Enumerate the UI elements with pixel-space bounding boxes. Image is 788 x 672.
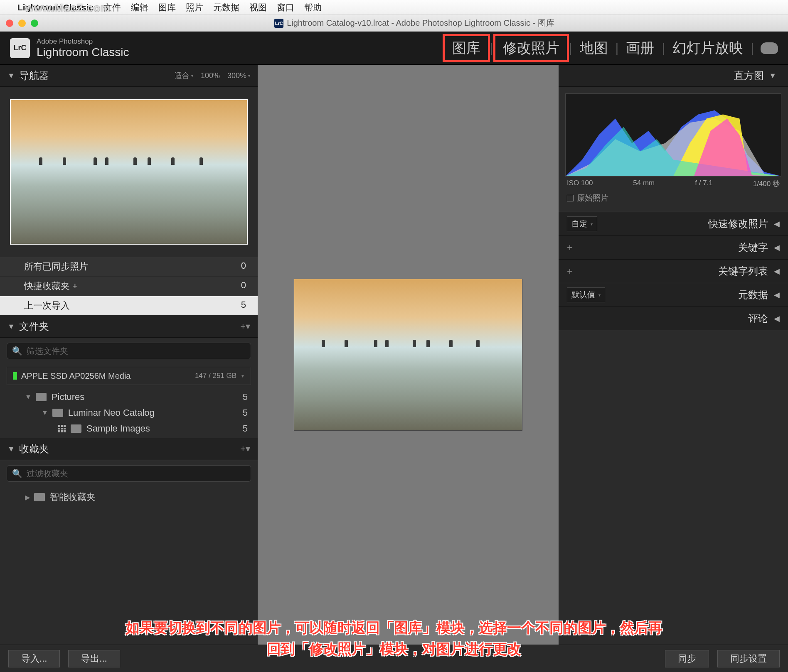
module-map[interactable]: 地图 [572,36,616,60]
folder-row[interactable]: ▼ Luminar Neo Catalog 5 [0,405,258,421]
histogram-header[interactable]: 直方图 ▼ [559,65,788,87]
preset-dropdown[interactable]: 自定▾ [567,216,597,231]
right-panel: 直方图 ▼ ISO 100 54 mm f / 7.1 1/400 秒 [559,65,788,645]
catalog-list: 所有已同步照片0 快捷收藏夹 +0 上一次导入5 [0,257,258,316]
histogram-graph[interactable] [565,93,781,177]
menu-view[interactable]: 视图 [249,2,267,13]
folder-filter-input[interactable]: 🔍 筛选文件夹 [7,343,251,359]
search-icon: 🔍 [12,468,22,478]
cloud-sync-icon[interactable] [761,42,778,54]
menu-library[interactable]: 图库 [158,2,176,13]
main-area: ▼ 导航器 适合▾ 100% 300%▾ 所有已同步照片0 快捷收藏夹 +0 [0,65,788,645]
disclosure-triangle-icon[interactable]: ◀ [774,267,780,276]
disclosure-triangle-icon[interactable]: ▼ [7,445,15,454]
histogram-title: 直方图 [734,69,764,82]
window-titlebar: LrC Lightroom Catalog-v10.lrcat - Adobe … [0,15,788,32]
folder-icon [52,409,63,417]
app-header: LrC Adobe Photoshop Lightroom Classic 图库… [0,32,788,65]
tree-expand-icon[interactable]: ▶ [25,493,30,501]
zoom-100[interactable]: 100% [201,71,220,80]
tree-expand-icon[interactable]: ▼ [42,409,48,417]
histogram-info: ISO 100 54 mm f / 7.1 1/400 秒 [565,177,781,191]
navigator-header[interactable]: ▼ 导航器 适合▾ 100% 300%▾ [0,65,258,87]
catalog-row-quick[interactable]: 快捷收藏夹 +0 [0,277,258,296]
module-library[interactable]: 图库 [443,34,490,62]
metadata-dropdown[interactable]: 默认值▾ [567,287,605,302]
collections-title: 收藏夹 [19,442,49,456]
disclosure-triangle-icon[interactable]: ▼ [7,71,15,80]
disclosure-triangle-icon[interactable]: ▼ [769,71,776,80]
sync-button[interactable]: 同步 [665,650,709,667]
volume-name: APPLE SSD AP0256M Media [21,371,131,381]
loupe-view[interactable] [258,65,559,645]
menu-photo[interactable]: 照片 [186,2,203,13]
grid-icon [58,425,66,432]
volume-row[interactable]: APPLE SSD AP0256M Media 147 / 251 GB ▼ [7,367,251,385]
collection-filter-input[interactable]: 🔍 过滤收藏夹 [7,465,251,482]
metadata-header[interactable]: 默认值▾ 元数据 ◀ [559,283,788,307]
module-slideshow[interactable]: 幻灯片放映 [665,36,751,60]
catalog-row-synced[interactable]: 所有已同步照片0 [0,257,258,277]
branding: LrC Adobe Photoshop Lightroom Classic [10,37,129,59]
menu-metadata[interactable]: 元数据 [213,2,239,13]
add-collection-icon[interactable]: +▾ [240,444,250,454]
disclosure-triangle-icon[interactable]: ◀ [774,243,780,252]
smart-collection-icon [34,493,45,501]
module-book[interactable]: 画册 [618,36,662,60]
module-develop[interactable]: 修改照片 [493,34,569,62]
collection-row[interactable]: ▶ 智能收藏夹 [0,488,258,506]
disclosure-triangle-icon[interactable]: ▼ [7,322,15,331]
exif-focal: 54 mm [633,179,655,189]
brand-line1: Adobe Photoshop [37,37,129,46]
disclosure-triangle-icon[interactable]: ◀ [774,219,780,228]
menu-file[interactable]: 文件 [103,2,121,13]
minimize-button[interactable] [18,20,26,27]
zoom-300[interactable]: 300%▾ [227,71,250,80]
import-button[interactable]: 导入... [8,650,60,667]
exif-shutter: 1/400 秒 [753,179,780,189]
checkbox-icon[interactable] [567,195,574,201]
module-picker: 图库 | 修改照片 | 地图 | 画册 | 幻灯片放映 | [443,34,778,62]
navigator-thumbnail[interactable] [0,87,258,257]
window-title: Lightroom Catalog-v10.lrcat - Adobe Phot… [287,17,554,29]
sync-settings-button[interactable]: 同步设置 [717,650,780,667]
keyword-list-header[interactable]: + 关键字列表 ◀ [559,260,788,283]
menu-window[interactable]: 窗口 [277,2,294,13]
menu-help[interactable]: 帮助 [304,2,322,13]
add-folder-icon[interactable]: +▾ [240,321,250,332]
tree-expand-icon[interactable]: ▼ [25,393,32,401]
close-button[interactable] [6,20,13,27]
photo-preview[interactable] [294,279,522,430]
folder-icon [36,393,47,401]
exif-aperture: f / 7.1 [695,179,713,189]
folders-header[interactable]: ▼ 文件夹 +▾ [0,316,258,338]
zoom-button[interactable] [31,20,38,27]
add-icon[interactable]: + [567,265,573,277]
comments-header[interactable]: 评论 ◀ [559,307,788,330]
zoom-fit[interactable]: 适合▾ [175,71,193,81]
macos-menubar: Lightroom Classic 文件 编辑 图库 照片 元数据 视图 窗口 … [0,0,788,15]
export-button[interactable]: 导出... [68,650,120,667]
lrc-doc-icon: LrC [274,19,283,28]
folder-tree: ▼ Pictures 5 ▼ Luminar Neo Catalog 5 Sam… [0,388,258,438]
folders-title: 文件夹 [19,320,49,333]
traffic-lights [6,20,38,27]
folder-row[interactable]: Sample Images 5 [0,421,258,437]
brand-line2: Lightroom Classic [37,46,129,59]
volume-status-icon [13,372,17,380]
disclosure-triangle-icon[interactable]: ◀ [774,290,780,299]
quick-develop-header[interactable]: 自定▾ 快速修改照片 ◀ [559,212,788,235]
collections-header[interactable]: ▼ 收藏夹 +▾ [0,438,258,460]
add-icon[interactable]: + [567,242,573,253]
menubar-appname[interactable]: Lightroom Classic [17,2,94,12]
keywording-header[interactable]: + 关键字 ◀ [559,236,788,259]
bottom-toolbar: 导入... 导出... 同步 同步设置 [0,645,788,672]
collection-tree: ▶ 智能收藏夹 [0,487,258,508]
original-photo-toggle[interactable]: 原始照片 [565,191,781,205]
left-panel: ▼ 导航器 适合▾ 100% 300%▾ 所有已同步照片0 快捷收藏夹 +0 [0,65,258,645]
disclosure-triangle-icon[interactable]: ◀ [774,314,780,323]
exif-iso: ISO 100 [567,179,593,189]
folder-row[interactable]: ▼ Pictures 5 [0,389,258,405]
catalog-row-previous-import[interactable]: 上一次导入5 [0,296,258,316]
menu-edit[interactable]: 编辑 [131,2,148,13]
